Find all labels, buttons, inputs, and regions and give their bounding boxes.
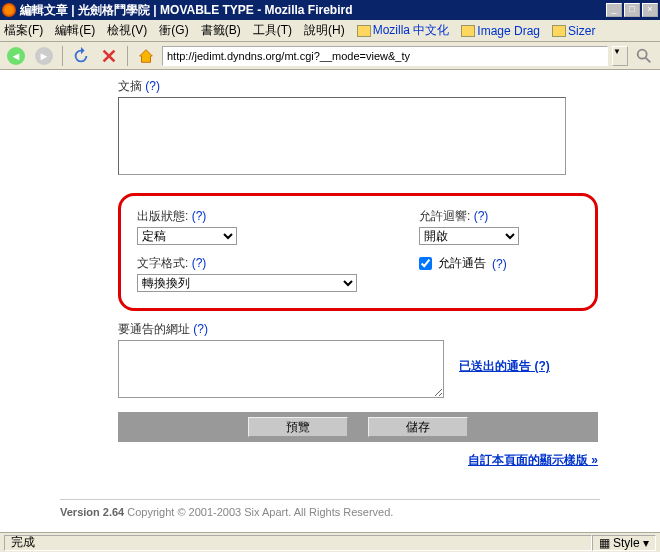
format-label: 文字格式: (?) (137, 255, 379, 272)
close-button[interactable]: × (642, 3, 658, 17)
status-bar: 完成 ▦ Style ▾ (0, 532, 660, 552)
comments-label: 允許迴響: (?) (419, 208, 579, 225)
sent-pings-link[interactable]: 已送出的通告 (?) (459, 358, 550, 375)
action-button-bar: 預覽 儲存 (118, 412, 598, 442)
format-select[interactable]: 轉換換列 (137, 274, 357, 292)
stop-button[interactable] (97, 44, 121, 68)
menu-bar: 檔案(F) 編輯(E) 檢視(V) 衝(G) 書籤(B) 工具(T) 說明(H)… (0, 20, 660, 42)
page-icon (461, 25, 475, 37)
comments-select[interactable]: 開啟 (419, 227, 519, 245)
nav-toolbar: ◄ ► ▼ (0, 42, 660, 70)
save-button[interactable]: 儲存 (368, 417, 468, 437)
allow-pings-label: 允許通告 (438, 255, 486, 272)
palette-icon: ▦ (599, 536, 610, 550)
maximize-button[interactable]: □ (624, 3, 640, 17)
status-select[interactable]: 定稿 (137, 227, 237, 245)
customize-display-link[interactable]: 自訂本頁面的顯示樣版 » (468, 453, 598, 467)
copyright-text: Copyright © 2001-2003 Six Apart. All Rig… (124, 506, 393, 518)
window-titlebar: 編輯文章 | 光劍格鬥學院 | MOVABLE TYPE - Mozilla F… (0, 0, 660, 20)
url-input[interactable] (162, 46, 608, 66)
minimize-button[interactable]: _ (606, 3, 622, 17)
ping-urls-help-link[interactable]: (?) (193, 322, 208, 336)
excerpt-textarea[interactable] (118, 97, 566, 175)
window-title: 編輯文章 | 光劍格鬥學院 | MOVABLE TYPE - Mozilla F… (20, 2, 606, 19)
home-button[interactable] (134, 44, 158, 68)
menu-go[interactable]: 衝(G) (159, 22, 188, 39)
version-text: Version 2.64 (60, 506, 124, 518)
excerpt-help-link[interactable]: (?) (145, 79, 160, 93)
back-button[interactable]: ◄ (4, 44, 28, 68)
menu-file[interactable]: 檔案(F) (4, 22, 43, 39)
svg-point-0 (638, 49, 647, 58)
menu-view[interactable]: 檢視(V) (107, 22, 147, 39)
url-dropdown-button[interactable]: ▼ (612, 46, 628, 66)
menu-bookmarks[interactable]: 書籤(B) (201, 22, 241, 39)
app-icon (2, 3, 16, 17)
menu-help[interactable]: 說明(H) (304, 22, 345, 39)
bookmark-mozilla[interactable]: Mozilla 中文化 (357, 22, 450, 39)
toolbar-separator (62, 46, 63, 66)
toolbar-separator (127, 46, 128, 66)
preview-button[interactable]: 預覽 (248, 417, 348, 437)
reload-button[interactable] (69, 44, 93, 68)
style-cell[interactable]: ▦ Style ▾ (592, 535, 656, 551)
status-label: 出版狀態: (?) (137, 208, 379, 225)
allow-pings-checkbox[interactable] (419, 257, 432, 270)
menu-edit[interactable]: 編輯(E) (55, 22, 95, 39)
excerpt-label: 文摘 (?) (118, 78, 600, 95)
folder-icon (552, 25, 566, 37)
highlighted-settings: 出版狀態: (?) 定稿 文字格式: (?) 轉換換列 允許迴響: (?) 開啟… (118, 193, 598, 311)
status-help-link[interactable]: (?) (192, 209, 207, 223)
menu-tools[interactable]: 工具(T) (253, 22, 292, 39)
bookmark-imagedrag[interactable]: Image Drag (461, 24, 540, 38)
bookmark-sizer[interactable]: Sizer (552, 24, 595, 38)
page-icon (357, 25, 371, 37)
comments-help-link[interactable]: (?) (474, 209, 489, 223)
ping-urls-label: 要通告的網址 (?) (118, 321, 598, 338)
ping-urls-textarea[interactable] (118, 340, 444, 398)
forward-button[interactable]: ► (32, 44, 56, 68)
format-help-link[interactable]: (?) (192, 256, 207, 270)
status-text: 完成 (4, 535, 592, 551)
page-content: 文摘 (?) 出版狀態: (?) 定稿 文字格式: (?) 轉換換列 允許迴響:… (0, 70, 660, 530)
pings-help-link[interactable]: (?) (492, 257, 507, 271)
page-footer: Version 2.64 Copyright © 2001-2003 Six A… (60, 499, 600, 518)
search-button[interactable] (632, 44, 656, 68)
